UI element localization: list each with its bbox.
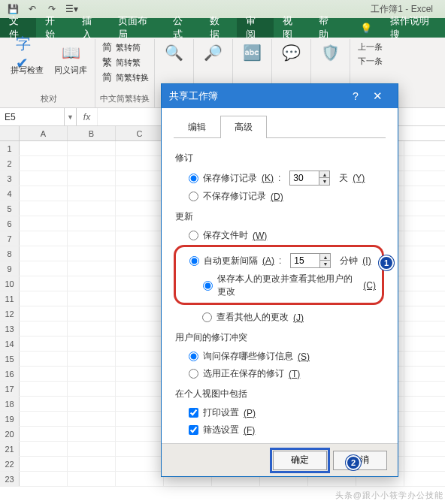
row-header[interactable]: 15 [0, 352, 20, 366]
thesaurus-button[interactable]: 📖同义词库 [51, 41, 90, 77]
select-all-corner[interactable] [0, 126, 20, 140]
on-save-radio[interactable] [189, 231, 198, 240]
row-header[interactable]: 22 [0, 457, 20, 471]
row-header[interactable]: 10 [0, 276, 20, 291]
next-button[interactable]: 下一条 [358, 55, 383, 68]
simp-to-trad[interactable]: 繁简转繁 [101, 56, 149, 69]
row-header[interactable]: 3 [0, 171, 20, 186]
cell[interactable] [68, 427, 116, 441]
cell[interactable] [116, 291, 164, 306]
cell[interactable] [116, 171, 164, 186]
use-saving-radio[interactable] [189, 369, 198, 379]
cell[interactable] [116, 276, 164, 291]
days-spinner[interactable]: ▲▼ [289, 171, 330, 186]
cell[interactable] [116, 261, 164, 276]
cell[interactable] [68, 306, 116, 321]
col-header[interactable]: C [116, 126, 164, 140]
cell[interactable] [68, 276, 116, 291]
tab-advanced[interactable]: 高级 [220, 116, 267, 138]
cell[interactable] [116, 367, 164, 381]
cell[interactable] [20, 186, 68, 201]
row-header[interactable]: 20 [0, 427, 20, 441]
row-header[interactable]: 5 [0, 201, 20, 216]
cell[interactable] [116, 231, 164, 246]
tab-data[interactable]: 数据 [201, 18, 237, 38]
cell[interactable] [20, 457, 68, 471]
cell[interactable] [68, 291, 116, 306]
cell[interactable] [68, 216, 116, 231]
cell[interactable] [68, 472, 116, 486]
row-header[interactable]: 17 [0, 382, 20, 396]
cell[interactable] [20, 352, 68, 366]
cell[interactable] [20, 276, 68, 291]
close-icon[interactable]: ✕ [365, 89, 390, 103]
cell[interactable] [20, 367, 68, 381]
protect-button[interactable]: 🛡️ [316, 41, 345, 65]
row-header[interactable]: 6 [0, 216, 20, 231]
cell[interactable] [20, 442, 68, 456]
cell[interactable] [20, 412, 68, 426]
view-others-radio[interactable] [202, 312, 212, 322]
comment-button[interactable]: 💬 [277, 41, 306, 65]
cell[interactable] [116, 201, 164, 216]
cell[interactable] [68, 231, 116, 246]
row-header[interactable]: 11 [0, 291, 20, 306]
filter-check[interactable] [189, 425, 198, 435]
fx-icon[interactable]: fx [77, 108, 98, 125]
cell[interactable] [20, 216, 68, 231]
row-header[interactable]: 18 [0, 397, 20, 411]
cell[interactable] [20, 246, 68, 261]
cell[interactable] [20, 156, 68, 171]
cell[interactable] [116, 412, 164, 426]
cell[interactable] [68, 141, 116, 155]
cell[interactable] [68, 186, 116, 201]
cell[interactable] [116, 382, 164, 396]
no-history-radio[interactable] [189, 192, 198, 201]
row-header[interactable]: 8 [0, 246, 20, 261]
cell[interactable] [20, 472, 68, 486]
row-header[interactable]: 12 [0, 306, 20, 321]
cell[interactable] [68, 442, 116, 456]
cell[interactable] [68, 367, 116, 381]
tell-me[interactable]: 操作说明搜 [381, 18, 445, 38]
row-header[interactable]: 7 [0, 231, 20, 246]
cn-convert[interactable]: 简简繁转换 [101, 71, 149, 84]
cell[interactable] [20, 291, 68, 306]
cell[interactable] [68, 412, 116, 426]
translate-button[interactable]: 🔤 [238, 41, 267, 65]
tab-view[interactable]: 视图 [274, 18, 310, 38]
cell[interactable] [116, 337, 164, 351]
cell[interactable] [116, 306, 164, 321]
cell[interactable] [68, 352, 116, 366]
name-box[interactable]: E5 [0, 108, 65, 125]
row-header[interactable]: 13 [0, 321, 20, 336]
tab-edit[interactable]: 编辑 [174, 116, 220, 138]
lookup-button[interactable]: 🔍 [160, 41, 189, 65]
row-header[interactable]: 21 [0, 442, 20, 456]
cell[interactable] [116, 321, 164, 336]
cell[interactable] [116, 397, 164, 411]
tab-home[interactable]: 开始 [36, 18, 72, 38]
col-header[interactable]: B [68, 126, 116, 140]
print-check[interactable] [189, 408, 198, 418]
tab-insert[interactable]: 插入 [73, 18, 109, 38]
cell[interactable] [68, 397, 116, 411]
cell[interactable] [116, 216, 164, 231]
cell[interactable] [68, 246, 116, 261]
cell[interactable] [20, 171, 68, 186]
trad-to-simp[interactable]: 简繁转简 [101, 41, 149, 54]
row-header[interactable]: 19 [0, 412, 20, 426]
search-button[interactable]: 🔎 [199, 41, 228, 65]
cell[interactable] [116, 427, 164, 441]
cell[interactable] [68, 201, 116, 216]
touch-icon[interactable]: ☰▾ [63, 2, 80, 16]
ok-button[interactable]: 确定 [273, 451, 327, 470]
cell[interactable] [68, 261, 116, 276]
cell[interactable] [116, 186, 164, 201]
col-header[interactable]: A [20, 126, 68, 140]
cell[interactable] [116, 246, 164, 261]
cell[interactable] [20, 231, 68, 246]
cell[interactable] [116, 442, 164, 456]
row-header[interactable]: 23 [0, 472, 20, 486]
cell[interactable] [20, 141, 68, 155]
